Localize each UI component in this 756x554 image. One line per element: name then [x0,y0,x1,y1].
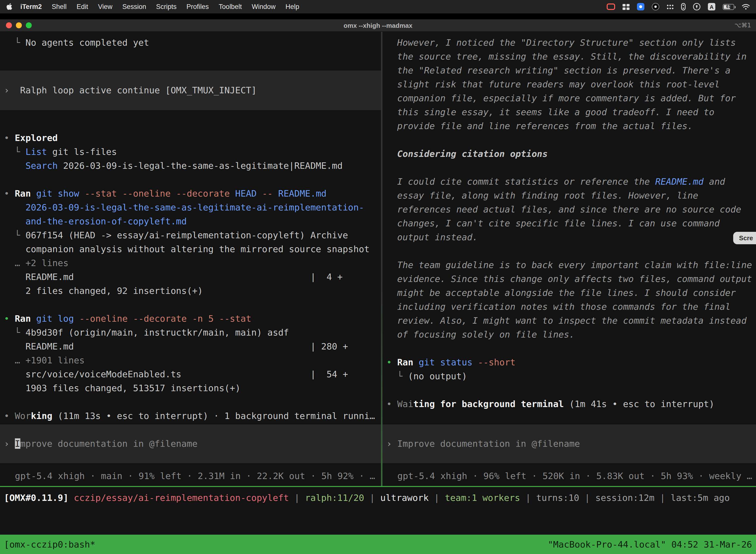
prompt-input-left[interactable]: › Improve documentation in @filename [0,425,381,463]
desktop-gap [0,13,756,19]
blank-line [0,117,381,131]
terminal-line: The team guideline is to back every impo… [382,258,756,272]
battery-icon[interactable]: 61 [723,4,734,10]
blank-line [382,161,756,175]
terminal-line: output instead. [382,230,756,244]
model-status-left: gpt-5.4 xhigh · main · 91% left · 2.31M … [0,466,381,486]
left-terminal-pane[interactable]: └ No agents completed yet› Ralph loop ac… [0,32,381,486]
terminal-line: this single essay, it seems like a good … [382,105,756,119]
battery-percent: 61 [723,4,734,9]
keyboard-layout-icon[interactable]: A [708,3,715,10]
terminal-line: └ List git ls-files [0,145,381,159]
terminal-line: • Working (11m 13s • esc to interrupt) ·… [0,409,381,423]
omx-status-line: [OMX#0.11.9] cczip/essay/ai-reimplementa… [0,491,756,505]
terminal-line: companion analysis without altering the … [0,242,381,256]
minimize-button[interactable] [16,22,22,28]
terminal-line: • Ran git status --short [382,355,756,369]
model-status-right: gpt-5.4 xhigh · 96% left · 520K in · 5.8… [382,466,756,486]
screen-recording-icon[interactable] [607,3,615,10]
menu-shell[interactable]: Shell [47,3,72,10]
terminal-output-left: └ No agents completed yet› Ralph loop ac… [0,36,381,425]
blank-line [382,341,756,355]
tmux-status-bar: [omx-cczip0:bash* "MacBook-Pro-44.local"… [0,535,756,554]
terminal-line: review. Also, I might want to inspect th… [382,314,756,328]
terminal-line: 1903 files changed, 513517 insertions(+) [0,381,381,395]
terminal-line: 2 files changed, 92 insertions(+) [0,284,381,298]
app-menu-iterm2[interactable]: iTerm2 [20,3,47,10]
terminal-line: provide file and line references from th… [382,119,756,133]
blank-line [382,383,756,397]
terminal-line: └ 4b9d30f (origin/main, instructkr/main,… [0,326,381,340]
right-terminal-pane[interactable]: However, I noticed the "Directory Struct… [382,32,756,486]
wifi-icon[interactable] [742,3,750,10]
blank-line [0,173,381,187]
terminal-line: 2026-03-09-is-legal-the-same-as-legitima… [0,201,381,214]
terminal-line: README.md | 280 + [0,340,381,353]
dark-circle-icon[interactable] [652,3,659,10]
terminal-line: └ (no output) [382,369,756,383]
blank-line [0,50,381,63]
window-title: omx --xhigh --madmax [343,21,412,29]
blank-line [0,298,381,312]
terminal-line: • Waiting for background terminal (1m 41… [382,397,756,411]
terminal-line: However, I noticed the "Directory Struct… [382,36,756,50]
terminal-line: └ 067f154 (HEAD -> essay/ai-reimplementa… [0,228,381,242]
terminal-output-right: However, I noticed the "Directory Struct… [382,36,756,425]
terminal-line: essay file, along with finding root file… [382,189,756,203]
prompt-input-right[interactable]: › Improve documentation in @filename [382,425,756,463]
terminal-line: slight risk that future readers may over… [382,77,756,91]
terminal-line: … +1901 lines [0,353,381,367]
terminal-line: including verification notes with those … [382,300,756,314]
terminal-line: README.md | 4 + [0,270,381,284]
tmux-host-time: "MacBook-Pro-44.local" 04:52 31-Mar-26 [548,539,752,550]
window-title-bar[interactable]: omx --xhigh --madmax ⌥⌘1 [0,19,756,32]
pill-icon[interactable] [681,3,686,10]
terminal-window: └ No agents completed yet› Ralph loop ac… [0,32,756,486]
terminal-line: I could cite commit statistics or refere… [382,175,756,189]
dots-grid-icon[interactable] [667,4,674,9]
menu-items: ShellEditViewSessionScriptsProfilesToolb… [47,3,304,10]
apple-menu-icon[interactable] [6,3,12,11]
terminal-line: companion file, especially if more comme… [382,91,756,105]
terminal-line: might be acceptable alongside the file l… [382,286,756,300]
terminal-line: the source tree, missing the essay. Stil… [382,50,756,63]
terminal-line: Considering citation options [382,147,756,161]
screen-edge-tooltip[interactable]: Scre [733,232,756,244]
terminal-line: evidence. Since this change only affects… [382,272,756,286]
menu-bar-status-icons: A 61 [607,3,750,10]
menu-view[interactable]: View [93,3,117,10]
terminal-line: changes, I can't cite specific file line… [382,216,756,230]
omx-status-bar: [OMX#0.11.9] cczip/essay/ai-reimplementa… [0,487,756,535]
menu-scripts[interactable]: Scripts [151,3,182,10]
terminal-line: … +2 lines [0,256,381,270]
menu-help[interactable]: Help [280,3,304,10]
menu-bar: iTerm2 ShellEditViewSessionScriptsProfil… [0,0,756,13]
window-shortcut-badge: ⌥⌘1 [735,22,751,29]
blank-line [0,395,381,409]
menu-toolbelt[interactable]: Toolbelt [214,3,247,10]
zoom-button[interactable] [26,22,32,28]
terminal-line: of focusing solely on file lines. [382,328,756,341]
blank-line [382,133,756,147]
menu-profiles[interactable]: Profiles [182,3,214,10]
tmux-session-label: [omx-cczip0:bash* [4,539,95,550]
menu-session[interactable]: Session [117,3,151,10]
window-grid-icon[interactable] [623,4,630,10]
screen: iTerm2 ShellEditViewSessionScriptsProfil… [0,0,756,554]
terminal-line: Search 2026-03-09-is-legal-the-same-as-l… [0,159,381,173]
blank-line [382,244,756,258]
terminal-line: the "Related research writing" section i… [382,63,756,77]
terminal-line: references need actual files, and since … [382,203,756,216]
terminal-line: └ No agents completed yet [0,36,381,50]
terminal-line: src/voice/voiceModeEnabled.ts | 54 + [0,367,381,381]
password-icon[interactable] [693,3,700,10]
blue-app-icon[interactable] [637,3,644,10]
close-button[interactable] [6,22,12,28]
terminal-line: • Ran git log --oneline --decorate -n 5 … [0,312,381,326]
inline-command-box[interactable]: › Ralph loop active continue [OMX_TMUX_I… [0,70,381,110]
terminal-line: • Ran git show --stat --oneline --decora… [0,187,381,201]
terminal-line: and-the-erosion-of-copyleft.md [0,214,381,228]
menu-window[interactable]: Window [247,3,280,10]
menu-edit[interactable]: Edit [72,3,93,10]
traffic-lights [6,19,32,31]
